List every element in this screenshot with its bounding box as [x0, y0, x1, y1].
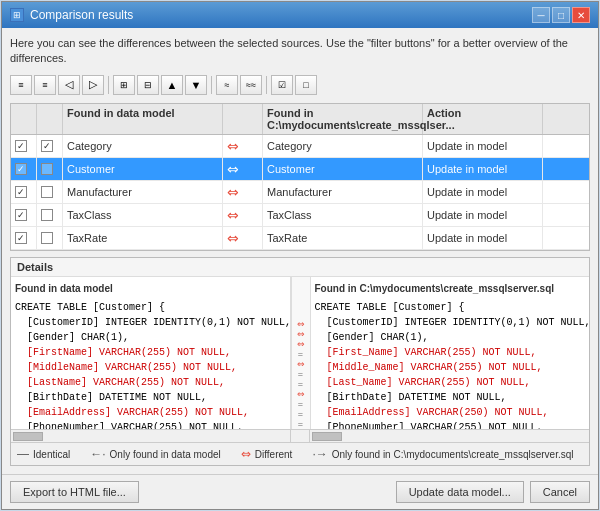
left-code-panel[interactable]: Found in data model CREATE TABLE [Custom… — [11, 277, 291, 429]
row2-action: Update in model — [423, 158, 543, 180]
only-file-icon: ·→ — [312, 447, 327, 461]
update-model-button[interactable]: Update data model... — [396, 481, 524, 503]
checkbox[interactable] — [41, 232, 53, 244]
code-line: [Gender] CHAR(1), — [15, 330, 286, 345]
checkbox[interactable]: ✓ — [15, 232, 27, 244]
row3-check1[interactable]: ✓ — [11, 181, 37, 203]
toolbar-btn-7[interactable]: ▲ — [161, 75, 183, 95]
code-text: [Middle_Name] VARCHAR(255) NOT NULL, — [315, 360, 543, 375]
row2-check2[interactable] — [37, 158, 63, 180]
row1-diff: ⇔ — [223, 135, 263, 157]
window-icon: ⊞ — [10, 8, 24, 22]
toolbar-btn-12[interactable]: □ — [295, 75, 317, 95]
table-row[interactable]: ✓ TaxRate ⇔ TaxRate Update in model — [11, 227, 589, 250]
left-scrollbar[interactable] — [11, 430, 290, 442]
table-row[interactable]: ✓ ✓ Category ⇔ Category Update in model — [11, 135, 589, 158]
code-text: [PhoneNumber] VARCHAR(255) NOT NULL, — [15, 420, 243, 429]
toolbar-btn-10[interactable]: ≈≈ — [240, 75, 262, 95]
title-bar-left: ⊞ Comparison results — [10, 8, 133, 22]
checkbox[interactable] — [41, 163, 53, 175]
toolbar-btn-4[interactable]: ▷ — [82, 75, 104, 95]
title-bar: ⊞ Comparison results ─ □ ✕ — [2, 2, 598, 28]
row5-diff: ⇔ — [223, 227, 263, 249]
right-code-panel[interactable]: Found in C:\mydocuments\create_mssqlserv… — [311, 277, 590, 429]
checkbox[interactable]: ✓ — [15, 186, 27, 198]
table-row[interactable]: ✓ Manufacturer ⇔ Manufacturer Update in … — [11, 181, 589, 204]
export-button[interactable]: Export to HTML file... — [10, 481, 139, 503]
col-check2 — [37, 104, 63, 134]
code-line: [First_Name] VARCHAR(255) NOT NULL, — [315, 345, 586, 360]
row5-check1[interactable]: ✓ — [11, 227, 37, 249]
minimize-button[interactable]: ─ — [532, 7, 550, 23]
row1-check2[interactable]: ✓ — [37, 135, 63, 157]
row5-check2[interactable] — [37, 227, 63, 249]
diff-separator: ⇔ ⇔ ⇔ = ⇔ = = ⇔ = = = — [291, 277, 311, 429]
code-text: [CustomerID] INTEGER IDENTITY(0,1) NOT N… — [315, 315, 590, 330]
scrollbar-sep — [290, 430, 310, 442]
maximize-button[interactable]: □ — [552, 7, 570, 23]
comparison-window: ⊞ Comparison results ─ □ ✕ Here you can … — [1, 1, 599, 510]
different-icon: ⇔ — [241, 447, 251, 461]
window-content: Here you can see the differences between… — [2, 28, 598, 474]
checkbox[interactable]: ✓ — [15, 140, 27, 152]
legend-different: ⇔ Different — [241, 447, 293, 461]
code-text: [CustomerID] INTEGER IDENTITY(0,1) NOT N… — [15, 315, 291, 330]
title-bar-controls: ─ □ ✕ — [532, 7, 590, 23]
toolbar-btn-3[interactable]: ◁ — [58, 75, 80, 95]
toolbar: ≡ ≡ ◁ ▷ ⊞ ⊟ ▲ ▼ ≈ ≈≈ ☑ □ — [10, 73, 590, 97]
legend-only-model: ←· Only found in data model — [90, 447, 221, 461]
row4-check2[interactable] — [37, 204, 63, 226]
code-text: [First_Name] VARCHAR(255) NOT NULL, — [315, 345, 537, 360]
code-text: [EmailAddress] VARCHAR(250) NOT NULL, — [315, 405, 549, 420]
toolbar-btn-8[interactable]: ▼ — [185, 75, 207, 95]
code-text: [PhoneNumber] VARCHAR(255) NOT NULL, — [315, 420, 543, 429]
toolbar-btn-6[interactable]: ⊟ — [137, 75, 159, 95]
row2-check1[interactable]: ✓ — [11, 158, 37, 180]
scrollbar-thumb-right[interactable] — [312, 432, 342, 441]
code-text: [Gender] CHAR(1), — [315, 330, 429, 345]
code-line: [PhoneNumber] VARCHAR(255) NOT NULL, — [315, 420, 586, 429]
code-text: [BirthDate] DATETIME NOT NULL, — [15, 390, 207, 405]
checkbox[interactable] — [41, 186, 53, 198]
toolbar-btn-9[interactable]: ≈ — [216, 75, 238, 95]
toolbar-btn-1[interactable]: ≡ — [10, 75, 32, 95]
code-line: [BirthDate] DATETIME NOT NULL, — [15, 390, 286, 405]
right-scrollbar[interactable] — [310, 430, 589, 442]
bottom-bar: Export to HTML file... Update data model… — [2, 474, 598, 509]
row1-check1[interactable]: ✓ — [11, 135, 37, 157]
row4-check1[interactable]: ✓ — [11, 204, 37, 226]
col-diff-icon — [223, 104, 263, 134]
bottom-right: Update data model... Cancel — [396, 481, 590, 503]
table-row[interactable]: ✓ TaxClass ⇔ TaxClass Update in model — [11, 204, 589, 227]
scrollbar-area — [11, 429, 589, 442]
code-line: [EmailAddress] VARCHAR(250) NOT NULL, — [315, 405, 586, 420]
left-panel-header: Found in data model — [15, 281, 286, 296]
toolbar-btn-11[interactable]: ☑ — [271, 75, 293, 95]
cancel-button[interactable]: Cancel — [530, 481, 590, 503]
table-row[interactable]: ✓ Customer ⇔ Customer Update in model — [11, 158, 589, 181]
close-button[interactable]: ✕ — [572, 7, 590, 23]
code-text: [MiddleName] VARCHAR(255) NOT NULL, — [15, 360, 237, 375]
row5-file: TaxRate — [263, 227, 423, 249]
checkbox[interactable]: ✓ — [41, 140, 53, 152]
code-text: [Last_Name] VARCHAR(255) NOT NULL, — [315, 375, 531, 390]
code-text: CREATE TABLE [Customer] { — [315, 300, 465, 315]
row2-model: Customer — [63, 158, 223, 180]
scrollbar-thumb-left[interactable] — [13, 432, 43, 441]
code-line: [Last_Name] VARCHAR(255) NOT NULL, — [315, 375, 586, 390]
legend-only-file: ·→ Only found in C:\mydocuments\create_m… — [312, 447, 573, 461]
code-line: [FirstName] VARCHAR(255) NOT NULL, — [15, 345, 286, 360]
checkbox[interactable] — [41, 209, 53, 221]
row3-check2[interactable] — [37, 181, 63, 203]
code-line: [EmailAddress] VARCHAR(255) NOT NULL, — [15, 405, 286, 420]
code-line: [Gender] CHAR(1), — [315, 330, 586, 345]
legend-different-label: Different — [255, 449, 293, 460]
code-line: [CustomerID] INTEGER IDENTITY(0,1) NOT N… — [15, 315, 286, 330]
toolbar-btn-5[interactable]: ⊞ — [113, 75, 135, 95]
legend-identical-label: Identical — [33, 449, 70, 460]
row2-diff: ⇔ — [223, 158, 263, 180]
checkbox[interactable]: ✓ — [15, 163, 27, 175]
checkbox[interactable]: ✓ — [15, 209, 27, 221]
row4-action: Update in model — [423, 204, 543, 226]
toolbar-btn-2[interactable]: ≡ — [34, 75, 56, 95]
